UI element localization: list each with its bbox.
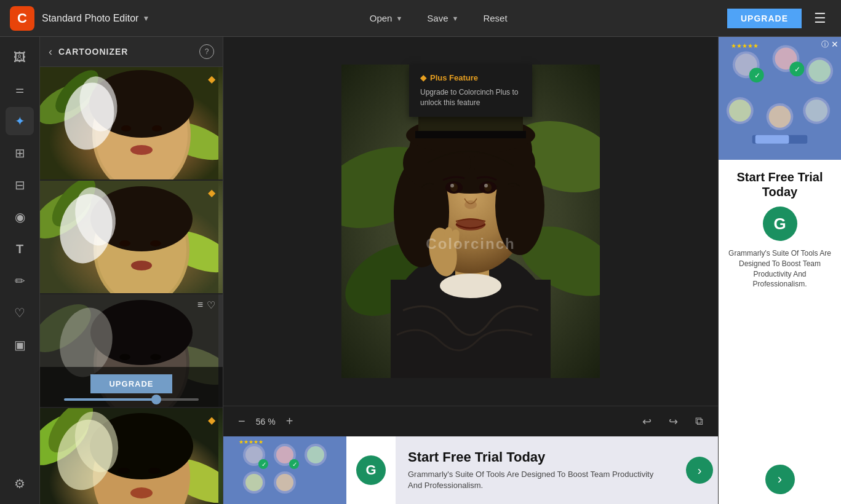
svg-rect-76 [452, 229, 460, 247]
undo-button[interactable]: ↩ [637, 412, 656, 431]
ad-banner-cta: › [681, 436, 718, 504]
sidebar-item-camera[interactable]: ◉ [6, 203, 34, 231]
grid-icon: ⊞ [15, 146, 25, 160]
topbar-right: UPGRADE ☰ [727, 8, 831, 29]
canvas-top: ◆ Plus Feature Upgrade to Colorcinch Plu… [223, 37, 841, 504]
ad-subtext: Grammarly's Suite Of Tools Are Designed … [408, 469, 669, 491]
svg-point-41 [148, 468, 161, 474]
paint-icon: ✏ [15, 274, 25, 288]
menu-button[interactable]: ☰ [809, 8, 831, 29]
sidebar-item-heart[interactable]: ♡ [6, 299, 34, 327]
diamond-icon: ◆ [208, 414, 215, 426]
svg-point-70 [484, 184, 488, 187]
grammarly-logo: G [356, 455, 386, 485]
svg-point-21 [131, 261, 152, 270]
sidebar-item-grid[interactable]: ⊞ [6, 139, 34, 167]
layers-button[interactable]: ⧉ [690, 412, 708, 430]
svg-point-54 [440, 274, 501, 298]
app-title: Standard Photo Editor [42, 13, 138, 24]
ad-cta-button[interactable]: › [686, 457, 713, 484]
tooltip-title-text: Plus Feature [430, 73, 478, 82]
sidebar-item-settings[interactable]: ⚙ [6, 470, 34, 498]
diamond-icon: ◆ [208, 73, 215, 85]
sidebar-item-image[interactable]: 🖼 [6, 43, 34, 71]
back-button[interactable]: ‹ [49, 45, 52, 58]
ad-banner-text-area: Start Free Trial Today Grammarly's Suite… [396, 443, 681, 498]
svg-point-9 [130, 145, 153, 155]
zoom-percentage: 56 % [250, 417, 281, 427]
zoom-out-button[interactable]: − [233, 412, 250, 431]
svg-text:✓: ✓ [261, 461, 266, 468]
tooltip-title-row: ◆ Plus Feature [420, 73, 521, 82]
reset-button[interactable]: Reset [477, 9, 513, 27]
svg-point-69 [450, 184, 454, 187]
thumbnails-list: ◆ [40, 67, 223, 504]
canvas-section: ◆ Plus Feature Upgrade to Colorcinch Plu… [223, 37, 841, 504]
svg-point-19 [119, 240, 130, 246]
sidebar-item-adjustments[interactable]: ⚌ [6, 75, 34, 103]
panel-header: ‹ CARTOONIZER ? [40, 37, 223, 67]
save-caret-icon: ▼ [452, 15, 459, 22]
svg-point-103 [769, 106, 791, 128]
right-ad-top-image: ✓ ✓ ★★★★★ ⓘ ✕ [719, 37, 841, 160]
open-caret-icon: ▼ [396, 15, 402, 22]
sidebar-item-frame[interactable]: ▣ [6, 331, 34, 359]
thumbnail-item[interactable]: ≡ ♡ UPGRADE [40, 294, 223, 408]
sidebar-item-text[interactable]: T [6, 235, 34, 263]
zoom-plus-icon: + [286, 414, 293, 428]
main-layout: 🖼 ⚌ ✦ ⊞ ⊟ ◉ T ✏ ♡ ▣ ⚙ [0, 37, 841, 504]
sidebar-item-table[interactable]: ⊟ [6, 171, 34, 199]
diamond-icon: ◆ [208, 187, 215, 199]
thumbnail-item[interactable]: ◆ [40, 408, 223, 504]
svg-point-7 [121, 125, 131, 132]
right-ad-body: Start Free Trial Today G Grammarly's Sui… [719, 160, 841, 504]
app-logo[interactable]: C [10, 6, 34, 31]
thumb-controls: ≡ ♡ [197, 299, 215, 311]
sidebar-item-paint[interactable]: ✏ [6, 267, 34, 295]
sidebar-item-effects[interactable]: ✦ [6, 107, 34, 135]
sliders-icon: ⚌ [15, 84, 24, 95]
upgrade-button[interactable]: UPGRADE [727, 9, 802, 28]
tooltip-body: Upgrade to Colorcinch Plus to unlock thi… [420, 87, 521, 108]
svg-point-40 [118, 468, 130, 474]
layers-icon: ⧉ [695, 415, 703, 427]
table-icon: ⊟ [15, 178, 25, 192]
right-ad-subtext: Grammarly's Suite Of Tools Are Designed … [726, 248, 834, 289]
help-button[interactable]: ? [199, 44, 214, 59]
svg-point-87 [276, 474, 293, 491]
thumbnail-item[interactable]: ◆ [40, 67, 223, 181]
topbar-center: Open ▼ Save ▼ Reset [149, 9, 727, 27]
right-ad-headline: Start Free Trial Today [726, 170, 834, 199]
diamond-icon: ◆ [420, 73, 426, 82]
open-button[interactable]: Open ▼ [364, 9, 409, 27]
plus-feature-tooltip: ◆ Plus Feature Upgrade to Colorcinch Plu… [409, 65, 532, 117]
frame-icon: ▣ [14, 337, 26, 352]
right-ad-panel: ✓ ✓ ★★★★★ ⓘ ✕ Start Free Trial [718, 37, 841, 504]
ad-close-button[interactable]: ✕ [831, 39, 839, 49]
svg-point-31 [150, 354, 161, 360]
thumb-canvas-2: ◆ [40, 181, 223, 294]
intensity-slider[interactable] [64, 398, 198, 401]
thumb-canvas-1: ◆ [40, 67, 223, 181]
svg-point-30 [119, 354, 130, 360]
topbar: C Standard Photo Editor ▼ Open ▼ Save ▼ … [0, 0, 841, 37]
right-ad-grammarly-logo: G [763, 207, 797, 241]
app-title-dropdown[interactable]: Standard Photo Editor ▼ [42, 13, 149, 24]
undo-icon: ↩ [642, 415, 652, 428]
svg-rect-64 [415, 131, 526, 138]
ad-info-button[interactable]: ⓘ [821, 39, 829, 50]
save-button[interactable]: Save ▼ [421, 9, 464, 27]
heart-icon[interactable]: ♡ [207, 299, 215, 311]
zoom-in-button[interactable]: + [281, 412, 298, 431]
right-ad-cta-button[interactable]: › [765, 465, 795, 494]
main-image-container: ◆ Plus Feature Upgrade to Colorcinch Plu… [341, 65, 600, 378]
sliders-icon[interactable]: ≡ [197, 299, 203, 311]
redo-button[interactable]: ↪ [664, 412, 683, 431]
ad-headline: Start Free Trial Today [408, 449, 669, 465]
svg-point-8 [152, 125, 162, 132]
thumbnail-item[interactable]: ◆ [40, 181, 223, 294]
svg-point-42 [130, 487, 153, 498]
svg-point-99 [808, 60, 831, 82]
svg-text:★★★★★: ★★★★★ [731, 42, 759, 49]
upgrade-overlay-button[interactable]: UPGRADE [90, 374, 172, 393]
